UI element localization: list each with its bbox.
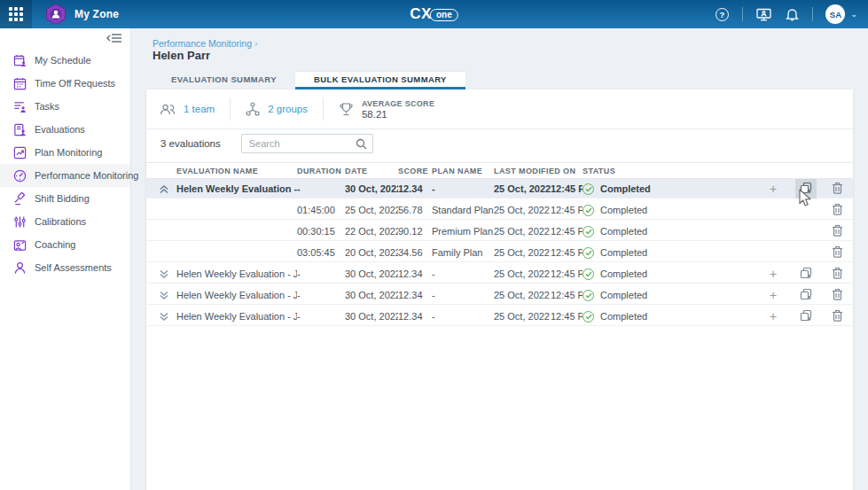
page-title: Helen Parr	[152, 49, 210, 62]
summary-stats-row: 1 team 2 groups	[146, 89, 853, 129]
score-cell: 34.56	[398, 247, 432, 258]
evaluation-name: Helen Weekly Evaluation - June 20	[176, 290, 297, 300]
sidebar-collapse-icon[interactable]	[106, 32, 123, 46]
search-icon[interactable]	[356, 137, 367, 153]
last-modified-cell: 25 Oct, 202212:45 PM	[494, 247, 583, 258]
column-header-plan-name[interactable]: PLAN NAME	[432, 167, 494, 175]
column-header-last-modified-on[interactable]: LAST MODIFIED ON	[494, 167, 583, 175]
delete-evaluation-button[interactable]	[826, 264, 848, 284]
copy-evaluation-button[interactable]	[786, 179, 826, 198]
app-grid-icon	[9, 7, 23, 21]
breadcrumb-parent-link[interactable]: Performance Monitoring	[152, 38, 252, 49]
sidebar-item-time-off-requests[interactable]: Time Off Requests	[0, 72, 130, 95]
sidebar-item-evaluations[interactable]: Evaluations	[0, 118, 130, 141]
copy-icon	[800, 182, 813, 197]
last-modified-date: 25 Oct, 2022	[494, 290, 551, 300]
collapse-row-icon[interactable]	[152, 184, 176, 194]
user-menu-chevron-icon[interactable]: ⌄	[850, 10, 857, 19]
add-evaluation-button[interactable]: +	[761, 285, 786, 305]
last-modified-cell: 25 Oct, 202212:45 PM	[494, 226, 583, 237]
status-completed-icon	[583, 268, 594, 280]
tab-bar: EVALUATION SUMMARY BULK EVALUATION SUMMA…	[152, 72, 465, 89]
sidebar-item-my-schedule[interactable]: My Schedule	[0, 49, 130, 72]
user-avatar[interactable]: SA	[825, 4, 845, 24]
add-evaluation-button	[761, 200, 786, 220]
screen-share-icon[interactable]	[755, 6, 771, 22]
delete-evaluation-button[interactable]	[826, 307, 848, 326]
column-header-duration[interactable]: DURATION	[297, 167, 345, 175]
expand-row-icon[interactable]	[152, 312, 176, 322]
plan-name-cell: -	[432, 183, 494, 194]
help-icon[interactable]: ?	[714, 6, 730, 22]
tab-bulk-evaluation-summary[interactable]: BULK EVALUATION SUMMARY	[295, 72, 465, 89]
column-header-date[interactable]: DATE	[345, 167, 398, 175]
delete-evaluation-button[interactable]	[826, 243, 848, 262]
my-zone-brand[interactable]: My Zone	[44, 3, 119, 26]
last-modified-date: 25 Oct, 2022	[494, 268, 551, 279]
sidebar-item-label: Coaching	[35, 239, 75, 250]
status-cell: Completed	[583, 247, 761, 259]
column-header-score[interactable]: SCORE	[398, 167, 432, 175]
table-body: Helen Weekly Evaluation - June...-30 Oct…	[146, 179, 853, 326]
team-link[interactable]: 1 team	[160, 103, 215, 116]
evaluation-child-row: 01:45:0025 Oct, 202256.78Standard Plan25…	[146, 200, 853, 220]
column-header-evaluation-name[interactable]: EVALUATION NAME	[176, 167, 297, 175]
performance-monitoring-icon	[12, 168, 27, 183]
evaluations-count: 3 evaluations	[160, 138, 221, 149]
copy-evaluation-button[interactable]	[786, 307, 826, 326]
status-cell: Completed	[583, 205, 761, 216]
copy-evaluation-button[interactable]	[786, 285, 826, 305]
status-cell: Completed	[583, 183, 761, 195]
coaching-icon	[12, 237, 27, 252]
last-modified-date: 25 Oct, 2022	[494, 247, 551, 258]
evaluation-row: Helen Weekly Evaluation - June 20-30 Oct…	[146, 264, 853, 284]
sidebar-item-coaching[interactable]: Coaching	[0, 233, 130, 256]
tab-evaluation-summary[interactable]: EVALUATION SUMMARY	[152, 72, 295, 89]
sidebar-item-shift-bidding[interactable]: Shift Bidding	[0, 187, 130, 210]
stats-divider	[323, 97, 324, 121]
cxone-logo: CX one	[410, 0, 457, 28]
delete-evaluation-button[interactable]	[826, 222, 848, 241]
expand-row-icon[interactable]	[152, 269, 176, 279]
average-score-block: AVERAGE SCORE 58.21	[339, 98, 434, 120]
score-cell: 12.34	[398, 290, 432, 300]
app-launcher-button[interactable]	[0, 0, 32, 28]
notifications-bell-icon[interactable]	[784, 6, 800, 22]
evaluations-icon	[12, 122, 27, 136]
search-input[interactable]	[241, 134, 373, 153]
trash-icon	[832, 182, 843, 196]
sidebar-item-calibrations[interactable]: Calibrations	[0, 210, 130, 233]
sidebar-item-performance-monitoring[interactable]: Performance Monitoring	[0, 164, 130, 187]
status-cell: Completed	[583, 226, 761, 237]
add-evaluation-button[interactable]: +	[761, 264, 786, 284]
team-count-label: 1 team	[184, 104, 215, 114]
sidebar-item-label: Self Assessments	[35, 262, 112, 273]
status-label: Completed	[600, 183, 651, 194]
score-cell: 12.34	[398, 183, 432, 194]
duration-cell: 00:30:15	[297, 226, 345, 237]
average-score-label: AVERAGE SCORE	[362, 98, 434, 109]
sidebar-item-self-assessments[interactable]: Self Assessments	[0, 256, 130, 279]
column-header-status[interactable]: STATUS	[583, 167, 761, 175]
status-label: Completed	[600, 268, 647, 279]
sidebar-item-plan-monitoring[interactable]: Plan Monitoring	[0, 141, 130, 164]
last-modified-date: 25 Oct, 2022	[494, 183, 551, 194]
last-modified-date: 25 Oct, 2022	[494, 205, 551, 215]
breadcrumb[interactable]: Performance Monitoring›	[152, 38, 258, 49]
evaluation-row: Helen Weekly Evaluation - June 20-30 Oct…	[146, 285, 853, 305]
duration-cell: -	[297, 311, 345, 322]
delete-evaluation-button[interactable]	[826, 179, 848, 198]
sidebar: My ScheduleTime Off RequestsTasksEvaluat…	[0, 28, 131, 490]
tasks-icon	[12, 99, 27, 113]
delete-evaluation-button[interactable]	[826, 285, 848, 305]
groups-link[interactable]: 2 groups	[246, 102, 308, 116]
last-modified-date: 25 Oct, 2022	[494, 311, 551, 322]
sidebar-item-label: Calibrations	[35, 216, 86, 227]
topbar-divider	[812, 7, 813, 21]
copy-evaluation-button[interactable]	[786, 264, 826, 284]
add-evaluation-button[interactable]: +	[761, 307, 786, 326]
delete-evaluation-button[interactable]	[826, 200, 848, 220]
sidebar-item-tasks[interactable]: Tasks	[0, 95, 130, 118]
add-evaluation-button[interactable]: +	[761, 179, 786, 198]
expand-row-icon[interactable]	[152, 291, 176, 300]
